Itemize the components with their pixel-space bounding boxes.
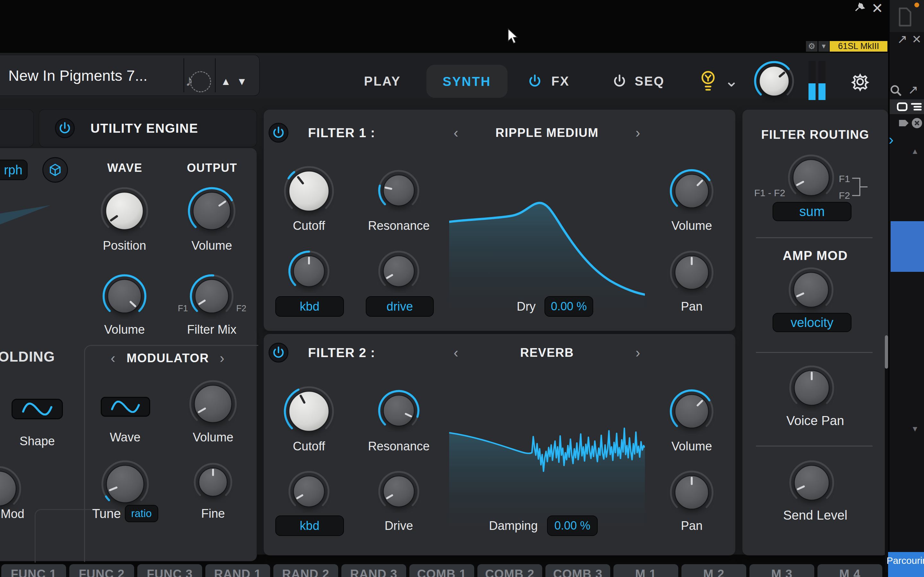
host-close-icon[interactable]: ✕	[912, 33, 921, 46]
filter2-title: FILTER 2 :	[308, 346, 375, 360]
bottom-tab[interactable]: RAND 3	[341, 564, 406, 577]
morph-pill[interactable]: rph	[0, 160, 27, 180]
filter-routing-knob[interactable]	[787, 153, 835, 203]
filter1-kbd-knob[interactable]	[287, 250, 331, 294]
close-window-icon[interactable]: ✕	[871, 0, 883, 16]
folding-title: OLDING	[0, 349, 55, 365]
tune-ratio-button[interactable]: ratio	[125, 505, 158, 522]
search-icon[interactable]	[889, 84, 902, 97]
bottom-tab[interactable]: RAND 1	[205, 564, 270, 577]
filter2-resonance-knob[interactable]	[377, 389, 421, 434]
modulator-wave-button[interactable]	[101, 397, 150, 417]
grid-view-icon[interactable]	[897, 102, 908, 111]
send-level-knob[interactable]	[788, 459, 835, 508]
filter2-drive-knob[interactable]	[377, 470, 421, 514]
filter2-kbd-button[interactable]: kbd	[275, 516, 344, 536]
scroll-up-icon[interactable]: ▲	[911, 147, 919, 156]
wave-3d-button[interactable]	[42, 157, 68, 183]
utility-wave-volume-knob[interactable]	[102, 273, 148, 321]
filter1-drive-button[interactable]: drive	[366, 296, 434, 317]
filter2-type[interactable]: REVERB	[520, 346, 573, 359]
preset-name[interactable]: New In Pigments 7...	[8, 55, 148, 95]
shape-wave-button[interactable]	[11, 399, 63, 419]
filter1-power-button[interactable]	[268, 123, 288, 143]
hw-dropdown-button[interactable]: ▼	[819, 41, 829, 52]
host-popout-icon[interactable]: ↗	[897, 32, 907, 46]
voice-pan-knob[interactable]	[788, 364, 835, 413]
amp-mod-source-button[interactable]: velocity	[772, 313, 851, 332]
scrollbar-thumb[interactable]	[885, 335, 888, 369]
modulator-volume-knob[interactable]	[188, 379, 238, 430]
settings-gear-icon[interactable]	[850, 71, 871, 92]
engine-tab-stub[interactable]	[0, 110, 33, 147]
modulator-next-button[interactable]: ›	[220, 350, 225, 366]
filter2-pan-label: Pan	[681, 519, 703, 533]
host-chevron-right[interactable]: ›	[889, 131, 893, 148]
list-view-icon[interactable]	[911, 102, 922, 111]
bottom-tab[interactable]: FUNC 1	[1, 564, 66, 577]
bottom-tab[interactable]: RAND 2	[273, 564, 338, 577]
bulb-chevron-down-icon[interactable]: ⌄	[724, 71, 738, 90]
tab-play[interactable]: PLAY	[364, 74, 401, 89]
modulator-prev-button[interactable]: ‹	[111, 350, 115, 366]
tag-icon[interactable]	[896, 117, 909, 129]
pin-icon[interactable]	[853, 1, 866, 15]
bottom-tab[interactable]: M 2	[682, 564, 746, 577]
tab-synth[interactable]: SYNTH	[443, 74, 491, 89]
modulator-title: MODULATOR	[127, 351, 209, 365]
bottom-tab[interactable]: FUNC 3	[137, 564, 202, 577]
host-expand-icon[interactable]: ↗	[908, 83, 918, 97]
modulator-tune-knob[interactable]	[100, 459, 150, 510]
host-selection-block[interactable]	[891, 221, 924, 272]
filter2-volume-knob[interactable]	[669, 388, 715, 436]
bottom-tab[interactable]: COMB 1	[409, 564, 474, 577]
hw-badge[interactable]: 61SL MkIII	[830, 41, 887, 52]
routing-mode-button[interactable]: sum	[772, 202, 851, 221]
filter2-cutoff-label: Cutoff	[293, 440, 325, 453]
seq-power-icon[interactable]	[612, 74, 627, 89]
master-volume-knob[interactable]	[753, 60, 795, 103]
filter1-drive-knob[interactable]	[377, 250, 421, 294]
modulator-fine-knob[interactable]	[192, 462, 234, 504]
scrollbar-track[interactable]	[885, 335, 888, 572]
utility-position-knob[interactable]	[99, 186, 150, 237]
bottom-tab[interactable]: M 1	[614, 564, 678, 577]
browse-button[interactable]: Parcourir	[888, 552, 924, 577]
bottom-tab[interactable]: COMB 3	[545, 564, 610, 577]
filter1-dry-value[interactable]: 0.00 %	[544, 296, 593, 317]
filter2-prev-type-button[interactable]: ‹	[454, 345, 459, 361]
mod-knob[interactable]	[0, 465, 23, 514]
filter2-kbd-knob[interactable]	[287, 470, 331, 514]
bottom-tab[interactable]: FUNC 2	[69, 564, 134, 577]
tab-seq[interactable]: SEQ	[635, 74, 664, 89]
filter2-damping-value[interactable]: 0.00 %	[547, 516, 598, 536]
bottom-tab[interactable]: M 4	[817, 564, 882, 577]
scroll-down-icon[interactable]: ▼	[911, 424, 919, 434]
filter1-prev-type-button[interactable]: ‹	[454, 125, 459, 141]
filter2-pan-knob[interactable]	[669, 469, 715, 517]
filter1-cutoff-knob[interactable]	[283, 165, 335, 219]
utility-power-button[interactable]	[55, 118, 75, 138]
utility-output-volume-knob[interactable]	[187, 186, 237, 237]
fx-power-icon[interactable]	[527, 74, 542, 89]
amp-mod-knob[interactable]	[787, 266, 835, 315]
tab-fx[interactable]: FX	[551, 74, 569, 89]
filter1-next-type-button[interactable]: ›	[636, 125, 640, 141]
filter2-cutoff-knob[interactable]	[283, 385, 335, 439]
bottom-tab[interactable]: M 3	[750, 564, 814, 577]
filter1-type[interactable]: RIPPLE MEDIUM	[495, 126, 598, 140]
filter1-volume-knob[interactable]	[669, 168, 715, 215]
document-icon[interactable]	[897, 7, 913, 27]
lightbulb-icon[interactable]	[699, 70, 717, 93]
preset-next-button[interactable]: ▼	[237, 76, 247, 87]
clear-filter-icon[interactable]	[911, 117, 923, 129]
filter2-next-type-button[interactable]: ›	[636, 345, 640, 361]
filter-mix-knob[interactable]	[189, 273, 235, 321]
filter2-power-button[interactable]	[268, 343, 288, 363]
bottom-tab[interactable]: COMB 2	[477, 564, 542, 577]
preset-prev-button[interactable]: ▲	[221, 76, 231, 87]
hw-settings-button[interactable]: ⚙	[806, 41, 817, 52]
filter1-resonance-knob[interactable]	[377, 169, 421, 213]
filter1-kbd-button[interactable]: kbd	[275, 296, 344, 317]
filter1-pan-knob[interactable]	[669, 250, 715, 297]
